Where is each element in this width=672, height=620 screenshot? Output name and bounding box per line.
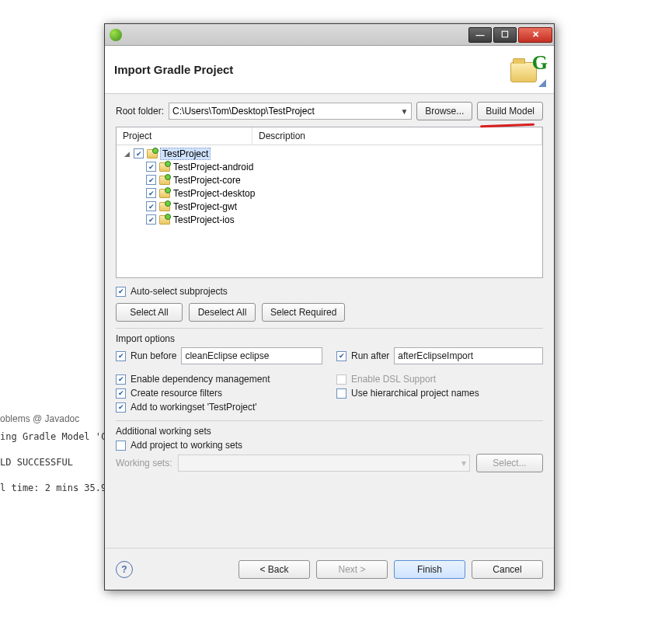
tree-child-row[interactable]: TestProject-ios <box>120 213 539 226</box>
tree-child-row[interactable]: TestProject-desktop <box>120 186 539 200</box>
console-line: l time: 2 mins 35.9 <box>0 482 106 493</box>
tree-child-row[interactable]: TestProject-core <box>120 173 539 186</box>
working-sets-label: Working sets: <box>116 458 172 468</box>
run-after-checkbox[interactable] <box>336 351 346 361</box>
project-icon <box>159 176 170 185</box>
add-workingset-checkbox[interactable] <box>116 402 126 413</box>
project-icon <box>147 149 158 158</box>
enable-dependency-checkbox[interactable] <box>116 374 126 385</box>
checkbox[interactable] <box>146 175 156 185</box>
deselect-all-button[interactable]: Deselect All <box>189 303 256 322</box>
checkbox[interactable] <box>134 148 144 158</box>
checkbox[interactable] <box>146 162 156 172</box>
browse-button[interactable]: Browse... <box>416 102 472 120</box>
project-icon <box>159 215 170 225</box>
project-icon <box>159 162 170 172</box>
tree-child-row[interactable]: TestProject-gwt <box>120 200 539 213</box>
finish-button[interactable]: Finish <box>394 560 465 579</box>
add-project-ws-checkbox[interactable] <box>116 441 126 451</box>
project-tree[interactable]: Project Description ◢ TestProject TestPr… <box>116 127 543 278</box>
project-icon <box>159 202 170 211</box>
select-all-button[interactable]: Select All <box>116 303 183 322</box>
tree-header: Project Description <box>117 127 542 145</box>
enable-dsl-label: Enable DSL Support <box>351 374 436 385</box>
run-before-input[interactable]: cleanEclipse eclipse <box>181 347 322 364</box>
checkbox[interactable] <box>146 188 156 198</box>
tree-child-label: TestProject-desktop <box>173 188 255 199</box>
hierarchical-checkbox[interactable] <box>336 388 346 399</box>
run-before-label: Run before <box>131 350 176 361</box>
col-description[interactable]: Description <box>252 127 542 145</box>
next-button: Next > <box>316 560 388 579</box>
run-after-input[interactable]: afterEclipseImport <box>394 347 543 364</box>
back-button[interactable]: < Back <box>239 560 310 579</box>
close-button[interactable]: ✕ <box>518 27 552 43</box>
tree-root-row[interactable]: ◢ TestProject <box>120 147 539 160</box>
additional-title: Additional working sets <box>116 426 543 437</box>
chevron-down-icon: ▾ <box>461 458 466 468</box>
cancel-button[interactable]: Cancel <box>472 560 543 579</box>
enable-dsl-checkbox <box>336 374 346 385</box>
add-project-ws-label: Add project to working sets <box>131 440 242 451</box>
tree-child-label: TestProject-core <box>173 175 241 186</box>
tree-child-row[interactable]: TestProject-android <box>120 160 539 173</box>
help-icon[interactable]: ? <box>116 561 133 578</box>
import-options-title: Import options <box>116 333 543 344</box>
root-folder-label: Root folder: <box>116 106 164 117</box>
app-icon <box>110 29 122 41</box>
dialog-header: Import Gradle Project G <box>105 46 554 94</box>
collapse-icon[interactable]: ◢ <box>123 150 131 158</box>
root-folder-value: C:\Users\Tom\Desktop\TestProject <box>172 106 315 117</box>
checkbox[interactable] <box>146 201 156 211</box>
tree-child-label: TestProject-android <box>173 162 253 172</box>
project-icon <box>159 189 170 198</box>
tree-child-label: TestProject-gwt <box>173 201 237 212</box>
tree-root-label: TestProject <box>161 148 210 159</box>
checkbox[interactable] <box>146 214 156 225</box>
select-required-button[interactable]: Select Required <box>262 303 345 322</box>
import-gradle-dialog: — ☐ ✕ Import Gradle Project G Root folde… <box>104 23 555 590</box>
gradle-folder-icon: G <box>510 54 545 85</box>
eclipse-tabs-bg: oblems @ Javadoc <box>0 413 79 424</box>
select-ws-button: Select... <box>476 454 543 472</box>
build-model-button[interactable]: Build Model <box>477 102 543 120</box>
create-filters-label: Create resource filters <box>131 388 222 399</box>
titlebar[interactable]: — ☐ ✕ <box>105 24 554 46</box>
add-workingset-label: Add to workingset 'TestProject' <box>131 402 257 413</box>
auto-select-checkbox[interactable] <box>116 287 126 297</box>
chevron-down-icon[interactable]: ▼ <box>400 107 408 116</box>
working-sets-combo: ▾ <box>178 455 470 472</box>
col-project[interactable]: Project <box>117 127 252 145</box>
root-folder-input[interactable]: C:\Users\Tom\Desktop\TestProject ▼ <box>169 103 412 120</box>
enable-dependency-label: Enable dependency management <box>131 374 270 385</box>
maximize-button[interactable]: ☐ <box>493 27 517 43</box>
hierarchical-label: Use hierarchical project names <box>351 388 479 399</box>
console-line: LD SUCCESSFUL <box>0 457 73 468</box>
minimize-button[interactable]: — <box>468 27 492 43</box>
create-filters-checkbox[interactable] <box>116 388 126 399</box>
page-title: Import Gradle Project <box>114 63 233 76</box>
auto-select-label: Auto-select subprojects <box>131 286 228 297</box>
dialog-footer: ? < Back Next > Finish Cancel <box>105 548 554 590</box>
run-before-checkbox[interactable] <box>116 351 126 361</box>
run-after-label: Run after <box>351 350 389 361</box>
tree-child-label: TestProject-ios <box>173 214 235 225</box>
